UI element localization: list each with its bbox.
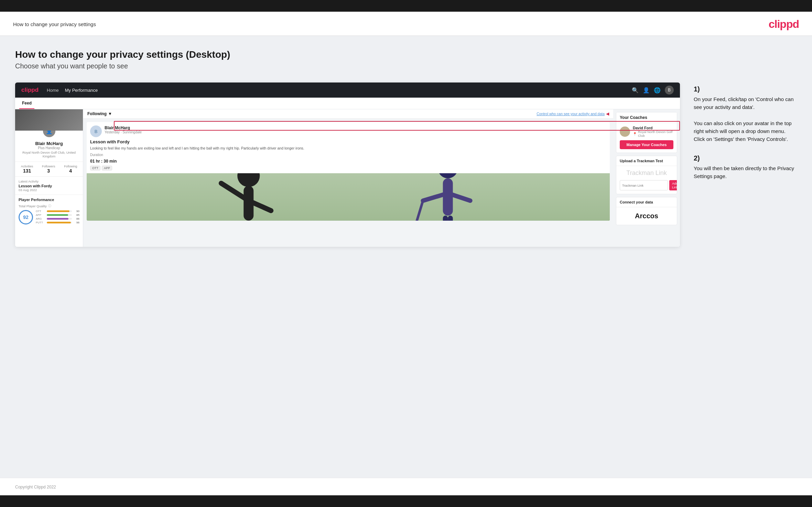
profile-cover: [15, 109, 83, 131]
trackman-input-row: Add Link: [620, 180, 673, 190]
player-performance: Player Performance Total Player Quality …: [15, 195, 83, 228]
nav-home[interactable]: Home: [47, 88, 59, 93]
post-avatar: B: [90, 125, 102, 137]
connect-data-header: Connect your data: [616, 197, 677, 207]
coaches-box: Your Coaches David Ford 📍 Royal North De…: [616, 112, 677, 153]
page-subtitle: Choose what you want people to see: [15, 62, 797, 70]
pp-bar-arg: ARG 86: [36, 217, 79, 220]
svg-rect-13: [448, 216, 453, 221]
trackman-link-area: Trackman Link Add Link: [616, 166, 677, 194]
instruction-2-text: You will then be taken directly to the P…: [694, 164, 797, 180]
pp-bar-ott: OTT 90: [36, 210, 79, 213]
page-title: How to change your privacy settings (Des…: [15, 49, 797, 60]
profile-club: Royal North Devon Golf Club, United King…: [15, 151, 83, 158]
profile-sidebar: 👤 Blair McHarg Plus Handicap Royal North…: [15, 109, 83, 247]
pp-bar-app: APP 85: [36, 213, 79, 217]
pp-bar-putt: PUTT 96: [36, 221, 79, 224]
instruction-1-number: 1): [694, 85, 797, 93]
feed-post-header: B Blair McHarg Yesterday · Sunningdale: [87, 122, 610, 139]
footer-copyright: Copyright Clippd 2022: [15, 485, 56, 489]
tag-app: APP: [102, 166, 112, 170]
post-image: [87, 173, 610, 221]
feed-controls: Following ▼ Control who can see your act…: [83, 109, 613, 119]
right-sidebar: Your Coaches David Ford 📍 Royal North De…: [613, 109, 680, 247]
control-link-wrapper: Control who can see your activity and da…: [537, 111, 609, 116]
profile-stats: Activities 131 Followers 3 Following 4: [15, 162, 83, 177]
feed-tab[interactable]: Feed: [19, 98, 34, 109]
connect-data-box: Connect your data Arccos: [616, 197, 677, 225]
app-nav: clippd Home My Performance 🔍 👤 🌐 B: [15, 82, 680, 98]
app-screenshot: clippd Home My Performance 🔍 👤 🌐 B Feed: [15, 82, 680, 247]
coach-item: David Ford 📍 Royal North Devon Golf Club: [616, 123, 677, 140]
main-content: How to change your privacy settings (Des…: [0, 36, 812, 478]
pp-quality-row: 92 OTT 90 APP: [19, 210, 79, 225]
profile-latest: Latest Activity Lesson with Fordy 03 Aug…: [15, 179, 83, 192]
compass-icon[interactable]: 🌐: [654, 87, 661, 93]
post-tags: OTT APP: [87, 166, 610, 173]
trackman-box: Upload a Trackman Test Trackman Link Add…: [616, 156, 677, 194]
location-icon: 📍: [633, 132, 637, 136]
user-avatar[interactable]: B: [665, 86, 674, 95]
post-duration: Duration: [87, 153, 610, 159]
breadcrumb: How to change your privacy settings: [13, 21, 96, 27]
feed-main: Following ▼ Control who can see your act…: [83, 109, 613, 247]
search-icon[interactable]: 🔍: [632, 87, 639, 93]
content-layout: clippd Home My Performance 🔍 👤 🌐 B Feed: [15, 82, 797, 247]
post-description: Looking to feel like my hands are exitin…: [87, 146, 610, 153]
pp-bars: OTT 90 APP: [36, 210, 79, 225]
coach-info: David Ford 📍 Royal North Devon Golf Club: [633, 126, 673, 137]
pp-score: 92: [19, 210, 33, 224]
svg-rect-9: [443, 178, 453, 216]
app-logo: clippd: [21, 87, 39, 93]
site-footer: Copyright Clippd 2022: [0, 478, 812, 495]
app-body: 👤 Blair McHarg Plus Handicap Royal North…: [15, 109, 680, 247]
trackman-add-button[interactable]: Add Link: [669, 180, 677, 190]
top-bar: [0, 0, 812, 12]
coach-avatar: [620, 126, 630, 137]
instructions-panel: 1) On your Feed, click/tap on 'Control w…: [694, 82, 797, 191]
instruction-1-text: On your Feed, click/tap on 'Control who …: [694, 95, 797, 143]
bottom-bar: [0, 495, 812, 507]
pp-quality-label: Total Player Quality ⓘ: [19, 204, 79, 208]
trackman-placeholder-text: Trackman Link: [620, 169, 673, 177]
app-nav-links: Home My Performance: [47, 88, 98, 93]
trackman-input[interactable]: [620, 180, 668, 190]
nav-my-performance[interactable]: My Performance: [65, 88, 98, 93]
following-button[interactable]: Following ▼: [87, 111, 112, 116]
trackman-header: Upload a Trackman Test: [616, 156, 677, 166]
feed-tab-bar: Feed: [15, 98, 680, 109]
stat-activities: Activities 131: [21, 165, 33, 174]
stat-followers: Followers 3: [42, 165, 55, 174]
svg-rect-12: [443, 216, 448, 221]
svg-rect-0: [87, 173, 610, 221]
app-nav-right: 🔍 👤 🌐 B: [632, 86, 674, 95]
chevron-down-icon: ▼: [108, 111, 112, 116]
instruction-2-number: 2): [694, 154, 797, 162]
coach-name: David Ford: [633, 126, 673, 130]
stat-following: Following 4: [64, 165, 77, 174]
coaches-box-header: Your Coaches: [616, 112, 677, 123]
instruction-2: 2) You will then be taken directly to th…: [694, 154, 797, 180]
instruction-1: 1) On your Feed, click/tap on 'Control w…: [694, 85, 797, 143]
post-meta: Blair McHarg Yesterday · Sunningdale: [105, 125, 606, 134]
tag-ott: OTT: [90, 166, 100, 170]
info-icon: ⓘ: [48, 204, 51, 208]
connect-brand: Arccos: [616, 207, 677, 225]
arrow-right-icon: ◀: [606, 111, 609, 116]
site-header: How to change your privacy settings clip…: [0, 12, 812, 36]
control-privacy-link[interactable]: Control who can see your activity and da…: [537, 112, 605, 116]
profile-name: Blair McHarg: [15, 141, 83, 146]
manage-coaches-button[interactable]: Manage Your Coaches: [620, 140, 673, 149]
user-icon[interactable]: 👤: [643, 87, 650, 93]
coach-club: 📍 Royal North Devon Golf Club: [633, 130, 673, 137]
site-logo: clippd: [769, 18, 799, 31]
feed-post: B Blair McHarg Yesterday · Sunningdale L…: [87, 122, 610, 221]
post-duration-value: 01 hr : 30 min: [87, 159, 610, 166]
profile-handicap: Plus Handicap: [15, 146, 83, 150]
post-title: Lesson with Fordy: [87, 139, 610, 146]
